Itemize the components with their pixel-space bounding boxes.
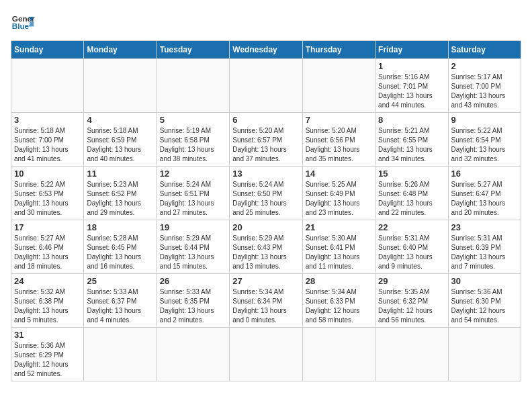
calendar-body: 1Sunrise: 5:16 AMSunset: 7:01 PMDaylight… [11,59,521,381]
day-number: 27 [232,276,299,286]
calendar-cell [448,328,521,381]
day-header-friday: Friday [375,41,448,59]
logo: General Blue [11,11,35,35]
day-info: Sunrise: 5:25 AMSunset: 6:49 PMDaylight:… [306,180,372,218]
calendar-cell: 9Sunrise: 5:22 AMSunset: 6:54 PMDaylight… [448,113,521,167]
calendar-cell: 11Sunrise: 5:23 AMSunset: 6:52 PMDayligh… [84,167,157,220]
day-info: Sunrise: 5:17 AMSunset: 7:00 PMDaylight:… [451,73,518,110]
calendar-header: SundayMondayTuesdayWednesdayThursdayFrid… [11,41,521,59]
calendar-cell: 15Sunrise: 5:26 AMSunset: 6:48 PMDayligh… [375,167,448,220]
calendar-cell: 20Sunrise: 5:29 AMSunset: 6:43 PMDayligh… [230,220,302,274]
day-number: 23 [451,222,518,232]
day-info: Sunrise: 5:20 AMSunset: 6:56 PMDaylight:… [306,126,372,164]
calendar-cell [84,59,157,113]
day-number: 22 [378,222,445,232]
day-number: 10 [14,169,81,179]
calendar-week-4: 24Sunrise: 5:32 AMSunset: 6:38 PMDayligh… [11,274,521,328]
calendar-table: SundayMondayTuesdayWednesdayThursdayFrid… [11,40,521,381]
calendar-cell [302,328,375,381]
day-number: 13 [232,169,299,179]
day-header-thursday: Thursday [302,41,375,59]
calendar-cell: 2Sunrise: 5:17 AMSunset: 7:00 PMDaylight… [448,59,521,113]
day-number: 9 [451,115,518,125]
calendar-cell: 31Sunrise: 5:36 AMSunset: 6:29 PMDayligh… [11,328,84,381]
day-info: Sunrise: 5:32 AMSunset: 6:38 PMDaylight:… [14,287,81,325]
day-info: Sunrise: 5:16 AMSunset: 7:01 PMDaylight:… [378,73,445,110]
calendar-cell: 4Sunrise: 5:18 AMSunset: 6:59 PMDaylight… [84,113,157,167]
calendar-cell [11,59,84,113]
day-number: 26 [160,276,226,286]
calendar-cell [375,328,448,381]
calendar-cell: 25Sunrise: 5:33 AMSunset: 6:37 PMDayligh… [84,274,157,328]
day-header-saturday: Saturday [448,41,521,59]
day-info: Sunrise: 5:26 AMSunset: 6:48 PMDaylight:… [378,180,445,218]
day-info: Sunrise: 5:18 AMSunset: 6:59 PMDaylight:… [87,126,153,164]
day-number: 15 [378,169,445,179]
day-number: 12 [160,169,226,179]
day-number: 28 [306,276,372,286]
day-number: 7 [306,115,372,125]
day-info: Sunrise: 5:35 AMSunset: 6:32 PMDaylight:… [378,287,445,325]
day-info: Sunrise: 5:24 AMSunset: 6:50 PMDaylight:… [232,180,299,218]
day-number: 3 [14,115,81,125]
day-info: Sunrise: 5:36 AMSunset: 6:29 PMDaylight:… [14,341,81,379]
day-info: Sunrise: 5:18 AMSunset: 7:00 PMDaylight:… [14,126,81,164]
day-info: Sunrise: 5:29 AMSunset: 6:43 PMDaylight:… [232,234,299,271]
calendar-cell [230,59,302,113]
header-row: SundayMondayTuesdayWednesdayThursdayFrid… [11,41,521,59]
calendar-cell: 18Sunrise: 5:28 AMSunset: 6:45 PMDayligh… [84,220,157,274]
calendar-cell: 5Sunrise: 5:19 AMSunset: 6:58 PMDaylight… [157,113,229,167]
day-info: Sunrise: 5:31 AMSunset: 6:40 PMDaylight:… [378,234,445,271]
calendar-cell: 24Sunrise: 5:32 AMSunset: 6:38 PMDayligh… [11,274,84,328]
day-number: 5 [160,115,226,125]
day-number: 14 [306,169,372,179]
calendar-cell: 23Sunrise: 5:31 AMSunset: 6:39 PMDayligh… [448,220,521,274]
day-info: Sunrise: 5:33 AMSunset: 6:35 PMDaylight:… [160,287,226,325]
day-info: Sunrise: 5:19 AMSunset: 6:58 PMDaylight:… [160,126,226,164]
calendar-cell: 19Sunrise: 5:29 AMSunset: 6:44 PMDayligh… [157,220,229,274]
day-info: Sunrise: 5:34 AMSunset: 6:33 PMDaylight:… [306,287,372,325]
day-info: Sunrise: 5:27 AMSunset: 6:46 PMDaylight:… [14,234,81,271]
day-number: 31 [14,330,81,340]
day-number: 6 [232,115,299,125]
calendar-cell [157,59,229,113]
logo-icon: General Blue [11,11,35,35]
day-header-monday: Monday [84,41,157,59]
calendar-cell: 14Sunrise: 5:25 AMSunset: 6:49 PMDayligh… [302,167,375,220]
day-info: Sunrise: 5:20 AMSunset: 6:57 PMDaylight:… [232,126,299,164]
calendar-cell: 6Sunrise: 5:20 AMSunset: 6:57 PMDaylight… [230,113,302,167]
day-number: 30 [451,276,518,286]
day-number: 4 [87,115,153,125]
day-number: 16 [451,169,518,179]
day-info: Sunrise: 5:27 AMSunset: 6:47 PMDaylight:… [451,180,518,218]
day-number: 1 [378,61,445,71]
calendar-cell: 1Sunrise: 5:16 AMSunset: 7:01 PMDaylight… [375,59,448,113]
day-info: Sunrise: 5:30 AMSunset: 6:41 PMDaylight:… [306,234,372,271]
page-header: General Blue [11,11,521,35]
day-info: Sunrise: 5:21 AMSunset: 6:55 PMDaylight:… [378,126,445,164]
calendar-cell: 16Sunrise: 5:27 AMSunset: 6:47 PMDayligh… [448,167,521,220]
day-info: Sunrise: 5:29 AMSunset: 6:44 PMDaylight:… [160,234,226,271]
calendar-cell: 13Sunrise: 5:24 AMSunset: 6:50 PMDayligh… [230,167,302,220]
day-info: Sunrise: 5:34 AMSunset: 6:34 PMDaylight:… [232,287,299,325]
calendar-cell: 22Sunrise: 5:31 AMSunset: 6:40 PMDayligh… [375,220,448,274]
day-info: Sunrise: 5:36 AMSunset: 6:30 PMDaylight:… [451,287,518,325]
day-number: 24 [14,276,81,286]
calendar-cell: 7Sunrise: 5:20 AMSunset: 6:56 PMDaylight… [302,113,375,167]
day-number: 17 [14,222,81,232]
day-number: 29 [378,276,445,286]
day-number: 2 [451,61,518,71]
calendar-cell: 28Sunrise: 5:34 AMSunset: 6:33 PMDayligh… [302,274,375,328]
calendar-cell [230,328,302,381]
day-number: 20 [232,222,299,232]
calendar-cell [302,59,375,113]
calendar-cell: 29Sunrise: 5:35 AMSunset: 6:32 PMDayligh… [375,274,448,328]
calendar-cell: 21Sunrise: 5:30 AMSunset: 6:41 PMDayligh… [302,220,375,274]
day-info: Sunrise: 5:33 AMSunset: 6:37 PMDaylight:… [87,287,153,325]
svg-text:Blue: Blue [12,21,30,30]
day-info: Sunrise: 5:22 AMSunset: 6:54 PMDaylight:… [451,126,518,164]
calendar-cell: 8Sunrise: 5:21 AMSunset: 6:55 PMDaylight… [375,113,448,167]
day-info: Sunrise: 5:28 AMSunset: 6:45 PMDaylight:… [87,234,153,271]
calendar-cell: 3Sunrise: 5:18 AMSunset: 7:00 PMDaylight… [11,113,84,167]
calendar-cell: 30Sunrise: 5:36 AMSunset: 6:30 PMDayligh… [448,274,521,328]
